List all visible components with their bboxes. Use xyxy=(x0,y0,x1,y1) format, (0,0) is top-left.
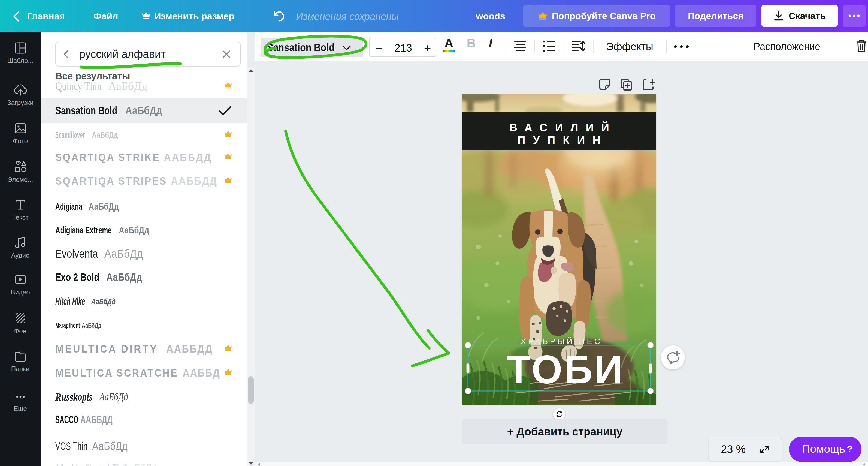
svg-text:ПУПКИН: ПУПКИН xyxy=(518,134,608,146)
svg-text:ВАСИЛИЙ: ВАСИЛИЙ xyxy=(509,121,617,134)
